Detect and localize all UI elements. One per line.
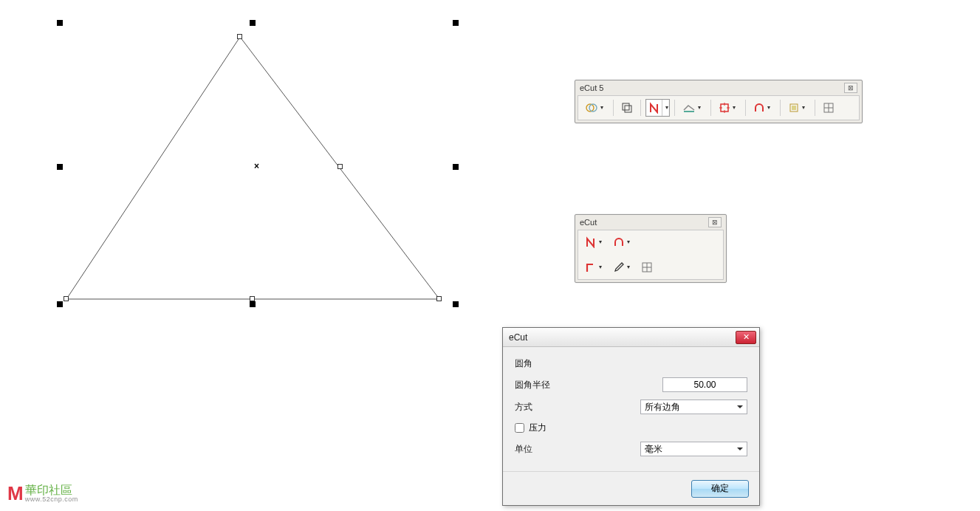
eyedropper-icon (613, 261, 625, 273)
selection-handle-mr[interactable] (453, 164, 459, 170)
method-value: 所有边角 (645, 402, 680, 412)
node-handle-apex[interactable] (237, 34, 242, 39)
copy-tool[interactable] (618, 99, 636, 117)
toolbar-separator (745, 100, 746, 116)
selection-handle-bl[interactable] (57, 301, 63, 307)
panel-ecut-toolbar: ▾ ▾ ▾ ▾ (578, 230, 724, 280)
nest-n-icon (648, 102, 660, 114)
panel-ecut-titlebar[interactable]: eCut ⊠ (575, 215, 726, 230)
watermark-url: www.52cnp.com (25, 496, 78, 503)
canvas-area[interactable]: × (0, 0, 517, 369)
triangle-shape[interactable] (66, 37, 439, 299)
grid-icon (823, 102, 835, 114)
chevron-down-icon: ▾ (625, 234, 632, 250)
center-square-icon (719, 102, 730, 114)
dialog-ecut[interactable]: eCut ✕ 圆角 圆角半径 方式 所有边角 压力 单位 毫米 确定 (502, 327, 760, 506)
toolbar-separator (815, 100, 815, 116)
chevron-down-icon: ▾ (696, 100, 703, 116)
dialog-body: 圆角 圆角半径 方式 所有边角 压力 单位 毫米 (503, 347, 759, 471)
nest-n-icon (585, 236, 597, 248)
grid-tool-2[interactable] (638, 258, 656, 276)
chevron-down-icon: ▾ (597, 259, 604, 275)
watermark-logo-icon: M (7, 482, 21, 505)
copy-icon (621, 102, 633, 114)
node-handle-bottom-mid[interactable] (250, 296, 255, 301)
dialog-footer: 确定 (503, 471, 759, 505)
arch-tool[interactable]: ▾ (750, 99, 775, 117)
reg-tool[interactable]: ▾ (785, 99, 810, 117)
unit-value: 毫米 (645, 444, 662, 454)
measure-icon (682, 102, 696, 114)
nest-tool[interactable]: ▾ (645, 99, 670, 117)
node-handle-bl[interactable] (64, 296, 69, 301)
selection-handle-ml[interactable] (57, 164, 63, 170)
venn-icon (585, 102, 598, 114)
node-handle-br[interactable] (436, 296, 442, 301)
group-label: 圆角 (515, 357, 747, 370)
panel-ecut5-title: eCut 5 (580, 80, 603, 95)
watermark: M 華印社區 www.52cnp.com (7, 482, 78, 505)
arch-tool-2[interactable]: ▾ (610, 233, 635, 251)
row-radius: 圆角半径 (515, 377, 747, 392)
panel-ecut5-close[interactable]: ⊠ (844, 83, 857, 93)
unit-label: 单位 (515, 443, 532, 456)
toolbar-separator (613, 100, 614, 116)
panel-ecut[interactable]: eCut ⊠ ▾ ▾ ▾ ▾ (575, 214, 727, 283)
toolbar-separator (780, 100, 781, 116)
center-tool[interactable]: ▾ (716, 99, 741, 117)
watermark-text: 華印社區 (25, 484, 78, 496)
ok-button[interactable]: 确定 (691, 480, 749, 498)
chevron-down-icon: ▾ (597, 234, 604, 250)
grid-tool[interactable] (820, 99, 837, 117)
chevron-down-icon: ▾ (598, 100, 606, 116)
dialog-title: eCut (509, 332, 527, 343)
selection-handle-br[interactable] (453, 301, 459, 307)
svg-rect-3 (625, 106, 631, 112)
venn-tool[interactable]: ▾ (582, 99, 609, 117)
selection-handle-tr[interactable] (453, 20, 459, 26)
eyedropper-tool[interactable]: ▾ (610, 258, 635, 276)
measure-tool[interactable]: ▾ (679, 99, 706, 117)
radius-input[interactable] (662, 377, 747, 392)
dialog-close-button[interactable]: ✕ (736, 331, 756, 344)
panel-ecut5-toolbar: ▾ ▾ ▾ ▾ ▾ ▾ (578, 95, 860, 120)
chevron-down-icon: ▾ (800, 100, 807, 116)
method-select[interactable]: 所有边角 (640, 399, 747, 414)
dialog-titlebar[interactable]: eCut ✕ (503, 328, 759, 347)
corner-icon (585, 261, 597, 273)
chevron-down-icon: ▾ (765, 100, 772, 116)
unit-select[interactable]: 毫米 (640, 442, 747, 456)
selection-handle-bc[interactable] (250, 301, 256, 307)
pressure-label: 压力 (529, 422, 546, 434)
toolbar-separator (640, 100, 641, 116)
toolbar-separator (710, 100, 711, 116)
radius-label: 圆角半径 (515, 379, 550, 391)
row-method: 方式 所有边角 (515, 399, 747, 414)
panel-ecut-close[interactable]: ⊠ (708, 217, 722, 227)
panel-ecut5[interactable]: eCut 5 ⊠ ▾ ▾ ▾ ▾ ▾ (575, 80, 863, 123)
grid-icon (641, 261, 653, 273)
nest-tool-2[interactable]: ▾ (582, 233, 607, 251)
chevron-down-icon: ▾ (625, 259, 632, 275)
svg-rect-2 (623, 103, 629, 110)
selection-handle-tl[interactable] (57, 20, 63, 26)
panel-ecut-title: eCut (580, 215, 597, 230)
pressure-checkbox[interactable] (515, 423, 524, 433)
arch-icon (613, 236, 625, 248)
selection-handle-tc[interactable] (250, 20, 256, 26)
node-handle-right-mid[interactable] (337, 164, 343, 169)
method-label: 方式 (515, 401, 532, 414)
corner-tool[interactable]: ▾ (582, 258, 607, 276)
center-marker-icon: × (254, 161, 259, 171)
chevron-down-icon: ▾ (730, 100, 738, 116)
toolbar-separator (674, 100, 675, 116)
arch-icon (753, 102, 765, 114)
reg-icon (788, 102, 800, 114)
svg-rect-11 (792, 106, 796, 110)
chevron-down-icon[interactable]: ▾ (662, 100, 669, 116)
panel-ecut5-titlebar[interactable]: eCut 5 ⊠ (575, 80, 862, 95)
row-pressure: 压力 (515, 422, 747, 434)
row-unit: 单位 毫米 (515, 442, 747, 456)
